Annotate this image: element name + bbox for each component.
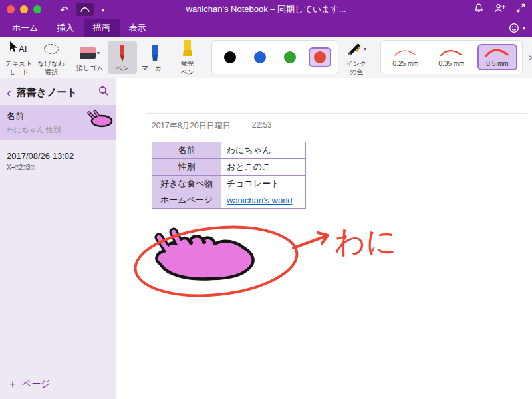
scribble-icon [80,5,90,13]
page-item-subtitle: わにちゃん 性別... [7,125,81,135]
stroke-width-option-05[interactable]: 0.5 mm [477,44,517,70]
row-header-cell: 名前 [152,142,221,159]
add-page-label: ページ [22,378,51,390]
red-swatch-dot [314,51,326,63]
stroke-width-group: 0.25 mm 0.35 mm 0.5 mm [380,40,523,74]
text-mode-button[interactable]: AI テキスト モード [4,37,33,78]
notebook-section-title: 落書きノート [17,86,93,99]
smiley-icon [509,23,519,33]
add-page-button[interactable]: + ページ [0,370,116,399]
undo-icon: ↶ [60,4,68,15]
back-button[interactable]: ‹ [7,88,11,97]
svg-text:AI: AI [19,44,27,54]
ink-color-icon [346,40,362,57]
chevron-right-icon: › [529,51,532,63]
chevron-left-icon: ‹ [7,85,11,100]
draw-mode-button[interactable] [76,3,94,16]
lasso-label2: 選択 [45,68,58,76]
color-swatch-red[interactable] [309,47,331,67]
homepage-link[interactable]: wanichan's world [227,196,293,205]
pen-label: ペン [116,65,129,72]
person-add-icon [494,3,506,13]
table-row: ホームページ wanichan's world [152,192,306,209]
stroke-squiggle-icon [484,47,511,59]
handwritten-annotation: わに [334,224,397,259]
marker-button[interactable]: マーカー [140,41,170,74]
text-cursor-icon: AI [8,41,29,57]
stroke-width-label: 0.25 mm [393,60,419,67]
bell-icon [473,3,484,13]
chevron-down-icon: ▾ [522,25,525,31]
lasso-label: なげなわ [38,60,65,67]
color-swatch-blue[interactable] [249,47,271,67]
page-sidebar: ‹ 落書きノート 名前 わにちゃん 性別... 2017/08/26 13:02… [0,78,116,399]
page-thumbnail [85,110,114,131]
highlighter-button[interactable]: 蛍光 ペン [173,37,202,78]
marker-icon [150,43,160,63]
table-row: 性別 おとこのこ [152,159,306,176]
highlighter-icon [182,39,194,59]
ink-color-label: インク [346,60,367,67]
stroke-width-label: 0.5 mm [486,60,508,67]
page-date: 2017年8月20日日曜日 [152,120,231,132]
marker-label: マーカー [142,65,168,72]
plus-icon: + [9,380,16,388]
page-item-title: 2017/08/26 13:02 [7,151,109,161]
row-header-cell: 性別 [152,159,221,176]
row-header-cell: 好きな食べ物 [152,176,221,192]
fullscreen-button[interactable] [516,3,525,15]
stroke-width-option-035[interactable]: 0.35 mm [432,44,471,70]
color-swatch-green[interactable] [279,47,301,67]
row-value-cell: おとこのこ [221,159,306,176]
notifications-button[interactable] [473,3,484,16]
page-item-subtitle: X+⍰2⍰3⍰ [7,164,81,172]
share-button[interactable] [494,3,506,15]
sidebar-header: ‹ 落書きノート [0,78,116,105]
page-canvas[interactable]: 2017年8月20日日曜日 22:53 名前 わにちゃん 性別 おとこのこ 好き… [116,78,532,399]
table-row: 名前 わにちゃん [152,142,306,159]
stroke-squiggle-icon [392,47,419,59]
eraser-icon [80,47,96,59]
color-swatch-black[interactable] [219,47,241,67]
doodle-canvas: わに [128,215,421,311]
search-icon [98,86,109,96]
highlighter-label2: ペン [181,68,194,76]
tab-insert[interactable]: 挿入 [48,19,84,37]
quick-access-chevron-button[interactable]: ▾ [102,6,105,13]
table-row: 好きな食べ物 チョコレート [152,176,306,192]
stroke-width-label: 0.35 mm [439,60,465,67]
chevron-down-icon: ▾ [102,6,105,13]
red-arrow-annotation [293,233,328,248]
pen-icon [118,43,127,63]
chevron-down-icon: ▾ [97,50,100,56]
feedback-smiley-button[interactable]: ▾ [509,19,532,37]
search-button[interactable] [98,86,109,99]
undo-button[interactable]: ↶ [60,5,68,15]
ribbon-tab-bar: ホーム 挿入 描画 表示 ▾ [0,19,532,37]
tab-draw[interactable]: 描画 [84,19,120,37]
lasso-icon [44,44,59,54]
info-table: 名前 わにちゃん 性別 おとこのこ 好きな食べ物 チョコレート ホームページ w… [152,142,306,209]
page-time: 22:53 [252,120,272,132]
row-value-cell: チョコレート [221,176,306,192]
row-header-cell: ホームページ [152,192,221,209]
page-list-item[interactable]: 2017/08/26 13:02 X+⍰2⍰3⍰ [0,140,116,177]
ribbon-toolbar: AI テキスト モード なげなわ 選択 ▾ 消しゴム ペン [0,37,532,78]
stroke-width-option-025[interactable]: 0.25 mm [386,44,426,70]
stroke-squiggle-icon [438,47,465,59]
pen-button[interactable]: ペン [108,41,137,74]
tab-home[interactable]: ホーム [3,19,48,37]
ink-color-button[interactable]: ▾ インク の色 [342,37,371,78]
eraser-label: 消しゴム [76,65,104,72]
chevron-down-icon: ▾ [364,46,366,52]
blue-swatch-dot [254,51,266,63]
tab-view[interactable]: 表示 [120,19,156,37]
page-list-item[interactable]: 名前 わにちゃん 性別... [0,105,116,140]
lasso-select-button[interactable]: なげなわ 選択 [37,37,66,78]
ink-color-label2: の色 [350,68,363,76]
eraser-button[interactable]: ▾ 消しゴム [75,41,104,74]
crocodile-doodle [156,232,253,279]
ink-color-swatches [211,40,338,74]
highlighter-label: 蛍光 [181,60,194,67]
ribbon-overflow-button[interactable]: › [526,51,532,63]
